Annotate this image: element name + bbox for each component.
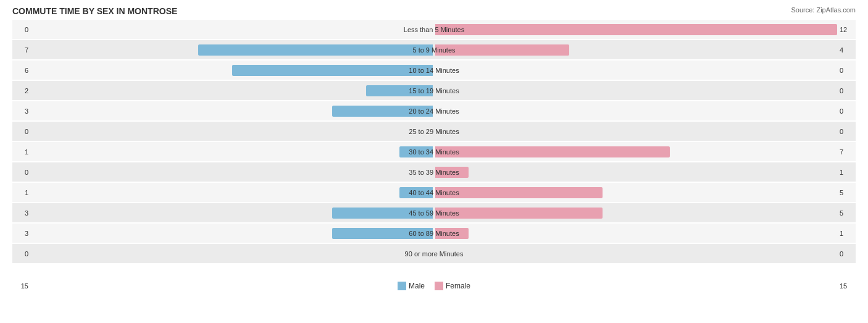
- male-legend-label: Male: [409, 282, 425, 290]
- female-bar-container: [434, 43, 837, 57]
- chart-row: 3 45 to 59 Minutes 5: [12, 203, 856, 222]
- chart-row: 3 20 to 24 Minutes 0: [12, 101, 856, 120]
- male-legend-box: [398, 282, 406, 290]
- bars-wrapper: 20 to 24 Minutes: [31, 101, 837, 120]
- female-bar-container: [434, 166, 837, 179]
- male-value: 0: [12, 26, 31, 33]
- bars-wrapper: 60 to 89 Minutes: [31, 224, 837, 243]
- female-value: 7: [837, 148, 856, 156]
- female-bar-container: [434, 64, 837, 77]
- female-bar-container: [434, 247, 837, 261]
- female-value: 0: [837, 128, 856, 135]
- female-value: 0: [837, 67, 856, 74]
- chart-area: 0 Less than 5 Minutes 12 7 5 to 9 Minute…: [12, 20, 856, 279]
- male-value: 7: [12, 46, 31, 54]
- row-label: 20 to 24 Minutes: [409, 107, 459, 115]
- female-value: 12: [837, 26, 856, 33]
- female-value: 0: [837, 87, 856, 94]
- female-bar-container: [434, 23, 837, 36]
- row-label: 90 or more Minutes: [405, 250, 464, 258]
- male-bar-container: [31, 206, 434, 220]
- chart-row: 2 15 to 19 Minutes 0: [12, 81, 856, 100]
- row-label: 30 to 34 Minutes: [409, 148, 459, 156]
- row-label: 40 to 44 Minutes: [409, 189, 459, 196]
- axis-right: 15: [837, 282, 856, 290]
- male-bar-container: [31, 104, 434, 118]
- row-label: 10 to 14 Minutes: [409, 67, 459, 74]
- chart-row: 0 35 to 39 Minutes 1: [12, 162, 856, 182]
- female-value: 0: [837, 107, 856, 115]
- bars-wrapper: 5 to 9 Minutes: [31, 40, 837, 59]
- male-value: 6: [12, 67, 31, 74]
- male-bar: [232, 65, 433, 76]
- male-bar-container: [31, 227, 434, 240]
- chart-row: 0 90 or more Minutes 0: [12, 244, 856, 263]
- bars-wrapper: 10 to 14 Minutes: [31, 61, 837, 80]
- male-bar-container: [31, 43, 434, 57]
- row-label: 45 to 59 Minutes: [409, 209, 459, 217]
- female-value: 4: [837, 46, 856, 54]
- female-value: 1: [837, 169, 856, 176]
- chart-row: 0 25 to 29 Minutes 0: [12, 122, 856, 141]
- female-legend-item: Female: [435, 282, 470, 290]
- male-bar-container: [31, 166, 434, 179]
- female-bar: [435, 146, 670, 157]
- female-legend-label: Female: [446, 282, 470, 290]
- female-bar-container: [434, 206, 837, 220]
- female-value: 0: [837, 250, 856, 258]
- male-value: 3: [12, 209, 31, 217]
- chart-row: 7 5 to 9 Minutes 4: [12, 40, 856, 59]
- bars-wrapper: 45 to 59 Minutes: [31, 203, 837, 222]
- row-label: 35 to 39 Minutes: [409, 169, 459, 176]
- male-bar-container: [31, 186, 434, 199]
- male-bar-container: [31, 84, 434, 98]
- row-label: 25 to 29 Minutes: [409, 128, 459, 135]
- male-value: 1: [12, 148, 31, 156]
- male-value: 0: [12, 169, 31, 176]
- female-bar: [435, 187, 603, 198]
- female-bar-container: [434, 125, 837, 138]
- male-bar: [198, 44, 433, 56]
- female-legend-box: [435, 282, 443, 290]
- chart-row: 3 60 to 89 Minutes 1: [12, 224, 856, 243]
- axis-left: 15: [12, 282, 31, 290]
- legend-container: Male Female: [31, 282, 837, 290]
- chart-container: COMMUTE TIME BY SEX IN MONTROSE Source: …: [0, 0, 868, 323]
- chart-row: 1 40 to 44 Minutes 5: [12, 183, 856, 202]
- row-label: 5 to 9 Minutes: [412, 46, 455, 54]
- chart-title: COMMUTE TIME BY SEX IN MONTROSE: [12, 6, 856, 16]
- male-value: 3: [12, 230, 31, 237]
- chart-row: 0 Less than 5 Minutes 12: [12, 20, 856, 39]
- male-bar-container: [31, 247, 434, 261]
- female-bar-container: [434, 104, 837, 118]
- chart-row: 1 30 to 34 Minutes 7: [12, 142, 856, 161]
- female-bar-container: [434, 84, 837, 98]
- female-bar: [435, 44, 569, 56]
- bars-wrapper: 30 to 34 Minutes: [31, 142, 837, 161]
- female-bar-container: [434, 186, 837, 199]
- male-value: 2: [12, 87, 31, 94]
- male-value: 0: [12, 128, 31, 135]
- source-text: Source: ZipAtlas.com: [791, 6, 856, 14]
- bars-wrapper: 25 to 29 Minutes: [31, 122, 837, 141]
- female-bar: [435, 24, 837, 35]
- male-value: 1: [12, 189, 31, 196]
- female-value: 5: [837, 209, 856, 217]
- legend: Male Female: [398, 282, 470, 290]
- bars-wrapper: 15 to 19 Minutes: [31, 81, 837, 100]
- female-bar-container: [434, 145, 837, 159]
- male-bar-container: [31, 64, 434, 77]
- bars-wrapper: 90 or more Minutes: [31, 244, 837, 263]
- bars-wrapper: 40 to 44 Minutes: [31, 183, 837, 202]
- male-legend-item: Male: [398, 282, 425, 290]
- row-label: Less than 5 Minutes: [404, 26, 464, 33]
- female-bar-container: [434, 227, 837, 240]
- female-value: 5: [837, 189, 856, 196]
- row-label: 60 to 89 Minutes: [409, 230, 459, 237]
- female-value: 1: [837, 230, 856, 237]
- male-bar-container: [31, 125, 434, 138]
- male-bar-container: [31, 23, 434, 36]
- row-label: 15 to 19 Minutes: [409, 87, 459, 94]
- male-value: 0: [12, 250, 31, 258]
- chart-row: 6 10 to 14 Minutes 0: [12, 61, 856, 80]
